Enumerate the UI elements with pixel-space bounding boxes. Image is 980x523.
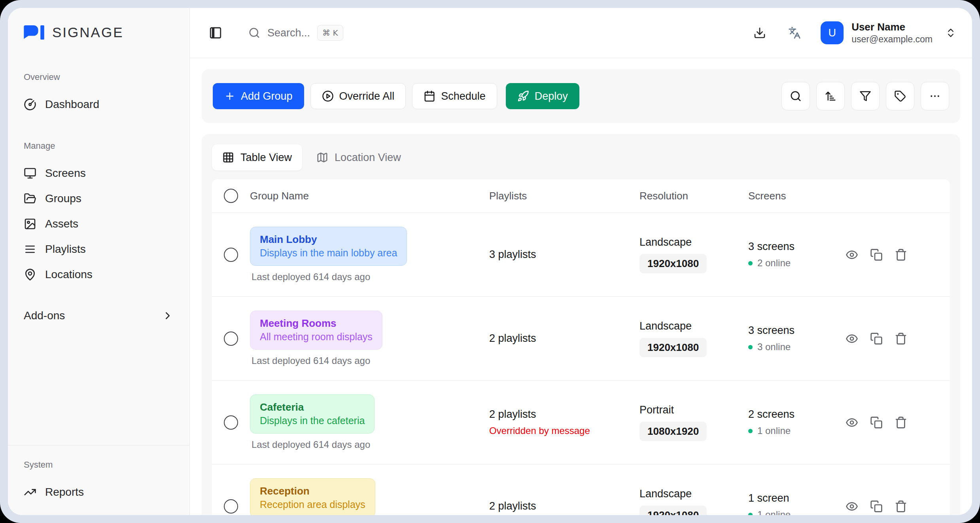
row-checkbox[interactable] [224,332,238,346]
add-group-label: Add Group [241,90,293,102]
filter-icon [859,90,871,102]
duplicate-button[interactable] [868,498,884,514]
sort-button[interactable] [816,82,845,110]
sidebar-item-label: Screens [45,167,86,180]
sidebar-toggle-button[interactable] [206,23,225,43]
schedule-button[interactable]: Schedule [412,83,497,109]
main-area: Search... ⌘ K U User Name [190,8,972,515]
section-label-system: System [24,460,174,470]
row-checkbox[interactable] [224,415,238,430]
delete-button[interactable] [893,331,909,347]
delete-button[interactable] [893,247,909,263]
trash-icon [895,248,907,261]
screens-count: 2 screens [748,408,835,421]
select-all-checkbox[interactable] [224,189,238,203]
tab-location-view[interactable]: Location View [306,144,411,171]
sort-ascending-icon [825,90,836,102]
ellipsis-icon [929,90,941,102]
group-description: Displays in the main lobby area [260,246,397,260]
add-group-button[interactable]: Add Group [213,83,304,109]
override-all-button[interactable]: Override All [310,83,406,109]
view-button[interactable] [844,498,860,514]
last-deployed: Last deployed 614 days ago [250,271,370,282]
resolution-badge: 1080x1920 [639,422,707,441]
sidebar-item-label: Reports [45,486,84,498]
image-icon [24,218,36,230]
row-checkbox[interactable] [224,499,238,514]
duplicate-button[interactable] [868,247,884,263]
sidebar-item-assets[interactable]: Assets [22,211,175,237]
sidebar-item-reports[interactable]: Reports [22,479,175,505]
sidebar: SIGNAGE Overview Dashboard Manage Screen… [8,8,190,515]
orientation: Landscape [639,488,748,500]
tab-label: Location View [335,152,401,164]
trash-icon [895,416,907,429]
online-dot [748,513,753,515]
search-input[interactable]: Search... ⌘ K [248,25,343,41]
sidebar-item-playlists[interactable]: Playlists [22,237,175,262]
sidebar-item-screens[interactable]: Screens [22,161,175,186]
view-button[interactable] [844,247,860,263]
tab-label: Table View [240,152,292,164]
search-shortcut-badge: ⌘ K [317,25,343,41]
delete-button[interactable] [893,415,909,430]
table-row: Reception Reception area displays Last d… [212,464,950,515]
calendar-icon [424,90,435,102]
online-count: 1 online [757,425,791,436]
deploy-label: Deploy [535,90,568,102]
more-button[interactable] [921,82,949,110]
orientation: Landscape [639,320,748,332]
user-menu[interactable]: U User Name user@example.com [821,21,956,45]
rocket-icon [517,90,529,102]
view-button[interactable] [844,331,860,347]
sidebar-nav: Overview Dashboard Manage Screens Group [8,52,189,332]
group-description: All meeting room displays [260,330,373,344]
sidebar-item-locations[interactable]: Locations [22,262,175,287]
tab-table-view[interactable]: Table View [212,144,302,171]
delete-button[interactable] [893,498,909,514]
view-button[interactable] [844,415,860,430]
table-row: Cafeteria Displays in the cafeteria Last… [212,381,950,464]
topbar-right: U User Name user@example.com [751,21,956,45]
tag-button[interactable] [886,82,914,110]
download-button[interactable] [751,24,768,42]
list-icon [24,243,36,256]
group-chip[interactable]: Reception Reception area displays [250,478,375,515]
last-deployed: Last deployed 614 days ago [250,439,370,450]
row-actions [835,247,950,263]
search-icon [790,90,802,102]
group-chip[interactable]: Cafeteria Displays in the cafeteria [250,394,375,434]
row-checkbox[interactable] [224,248,238,262]
section-label-overview: Overview [24,72,174,82]
map-pin-icon [24,268,36,281]
group-chip[interactable]: Meeting Rooms All meeting room displays [250,311,382,350]
row-actions [835,498,950,514]
copy-icon [870,248,883,261]
online-count: 1 online [757,509,791,515]
duplicate-button[interactable] [868,331,884,347]
deploy-button[interactable]: Deploy [506,83,579,109]
sidebar-item-label: Dashboard [45,98,99,111]
sidebar-item-label: Playlists [45,243,86,256]
table-search-button[interactable] [781,82,810,110]
sidebar-item-groups[interactable]: Groups [22,186,175,211]
sidebar-footer: System Reports [8,445,189,515]
brand-name: SIGNAGE [52,25,123,40]
online-count: 2 online [757,258,791,269]
groups-table: Group Name Playlists Resolution Screens … [212,179,950,515]
filter-button[interactable] [851,82,880,110]
sidebar-item-add-ons[interactable]: Add-ons [22,299,175,332]
screens-count: 3 screens [748,241,835,253]
user-email: user@example.com [851,34,933,45]
download-icon [753,27,766,39]
sidebar-item-dashboard[interactable]: Dashboard [22,92,175,117]
translate-button[interactable] [786,24,803,42]
monitor-icon [24,167,36,180]
override-all-label: Override All [339,90,395,102]
online-status: 1 online [748,509,835,515]
group-description: Reception area displays [260,498,365,512]
duplicate-button[interactable] [868,415,884,430]
group-cell: Reception Reception area displays Last d… [250,478,489,515]
group-chip[interactable]: Main Lobby Displays in the main lobby ar… [250,227,407,266]
table-icon [222,152,234,163]
